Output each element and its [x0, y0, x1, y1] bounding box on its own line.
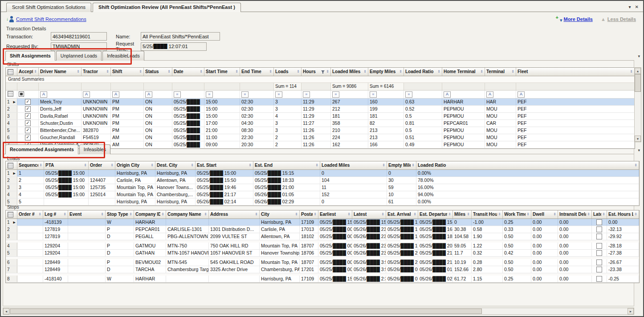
cell[interactable]: 0.00: [531, 233, 558, 240]
filter-cell[interactable]: =: [302, 91, 331, 98]
cell[interactable]: 2.80: [472, 266, 503, 273]
cell[interactable]: Chambersburg,...: [155, 191, 196, 198]
cell[interactable]: PEF: [516, 141, 635, 148]
column-header[interactable]: Shift⇕: [111, 68, 144, 76]
tab-shift-assignments[interactable]: Shift Assignments: [5, 51, 55, 61]
cell[interactable]: 125014: [89, 191, 115, 198]
tab-scroll-shift-optimization-solutions[interactable]: Scroll Shift Optimization Solutions: [6, 3, 91, 12]
row-indicator[interactable]: 5: [6, 250, 17, 256]
filter-row-icon[interactable]: [8, 91, 13, 97]
cell[interactable]: 05/25/████ 00:02: [318, 250, 352, 256]
filter-type-button[interactable]: A: [486, 91, 493, 98]
cell[interactable]: [68, 259, 106, 266]
cell[interactable]: 05/25/████ 15:15: [418, 219, 453, 226]
cell[interactable]: 0.00: [531, 243, 558, 249]
cell[interactable]: 05/25/████ 00:02: [318, 233, 352, 240]
column-header[interactable]: Stop Type⇕: [106, 210, 134, 218]
table-row[interactable]: 55Harrisburg, PAHarrisburg, PA05/26/████…: [6, 198, 639, 206]
cell[interactable]: AM: [111, 134, 144, 141]
cell[interactable]: 750 OAK HILL RD: [209, 243, 260, 249]
cell[interactable]: 05/25/████: [172, 127, 204, 134]
column-header[interactable]: PTA⇕: [44, 161, 89, 169]
cell[interactable]: [68, 266, 106, 273]
cell[interactable]: [17, 243, 43, 249]
column-header[interactable]: [6, 210, 17, 218]
cell[interactable]: 08:30: [240, 127, 274, 134]
cell[interactable]: 17109: [300, 219, 318, 226]
cell[interactable]: 05/26/████ 02:29: [253, 198, 320, 205]
cell[interactable]: 02:30: [240, 106, 274, 112]
cell[interactable]: 127819: [43, 233, 68, 240]
cell[interactable]: Hanover Township, PA: [260, 250, 300, 256]
cell[interactable]: 11.7: [453, 250, 472, 256]
filter-type-button[interactable]: =: [241, 91, 249, 98]
checkbox-cell[interactable]: ✓: [17, 120, 39, 127]
tab-recommended-assignments[interactable]: Recommended Assignments: [5, 144, 78, 154]
cell[interactable]: 0.00: [558, 276, 592, 282]
cell[interactable]: 05/25/████ 15:00: [318, 276, 352, 282]
cell[interactable]: 128449: [43, 266, 68, 273]
cell[interactable]: Harrisburg, PA: [155, 198, 196, 205]
table-row[interactable]: 1▶✓Meek,TroyUNKNOWNPMON05/25/████15:0002…: [6, 99, 635, 106]
cell[interactable]: 124407: [89, 177, 115, 184]
checkbox-cell[interactable]: [592, 276, 607, 282]
cell[interactable]: Mountain Top, PA: [260, 259, 300, 266]
cell[interactable]: 0.00: [531, 250, 558, 256]
filter-type-button[interactable]: A: [83, 91, 90, 98]
filter-cell[interactable]: =: [204, 91, 240, 98]
cell[interactable]: 129204: [43, 243, 68, 249]
column-header[interactable]: Loaded Ratio⇕: [404, 68, 442, 76]
cell[interactable]: 0.00: [558, 233, 592, 240]
cell[interactable]: 3: [274, 99, 302, 105]
cell[interactable]: Allentown, PA: [155, 177, 196, 184]
cell[interactable]: MTN-545: [166, 259, 209, 266]
cell[interactable]: 2099 VULTEE ST: [209, 233, 260, 240]
cell[interactable]: 0.00%: [416, 198, 639, 205]
column-header[interactable]: [6, 161, 17, 169]
tab-shift-optimization-review[interactable]: Shift Optimization Review (All PennEast …: [93, 3, 241, 12]
row-indicator[interactable]: 7: [6, 266, 17, 273]
cell[interactable]: [17, 226, 43, 233]
cell[interactable]: 125735: [89, 184, 115, 191]
row-indicator[interactable]: 3: [6, 184, 17, 191]
cell[interactable]: 11:26: [302, 134, 331, 141]
cell[interactable]: PEPMOU: [442, 127, 485, 134]
cell[interactable]: 181: [331, 113, 368, 119]
cell[interactable]: MOU: [485, 106, 516, 112]
cell[interactable]: Meek,Troy: [39, 99, 82, 105]
cell[interactable]: 05/26/████ 02:29: [418, 276, 453, 282]
row-indicator[interactable]: 5: [6, 127, 17, 134]
cell[interactable]: 17201: [300, 266, 318, 273]
cell[interactable]: Mountain Top, PA: [260, 243, 300, 249]
cell[interactable]: 05/25/████ 15:00: [318, 219, 352, 226]
cell[interactable]: F54519: [82, 134, 111, 141]
cell[interactable]: 11: [320, 184, 387, 191]
horizontal-scrollbar[interactable]: ◄ ►: [3, 308, 634, 315]
cell[interactable]: [68, 250, 106, 256]
row-checkbox[interactable]: ✓: [25, 113, 31, 119]
cell[interactable]: 0.25: [503, 276, 531, 282]
cell[interactable]: 05/25/████ 20:35: [386, 250, 418, 256]
cell[interactable]: [44, 198, 89, 205]
column-header[interactable]: Loads⇕: [274, 68, 302, 76]
cell[interactable]: 05/25/████ 15:00: [44, 170, 89, 177]
cell[interactable]: ON: [144, 106, 172, 112]
cell[interactable]: 02:30: [240, 113, 274, 119]
cell[interactable]: PEPMOU: [442, 141, 485, 148]
cell[interactable]: D: [106, 266, 134, 273]
cell[interactable]: 0.00: [558, 219, 592, 226]
cell[interactable]: 0: [453, 219, 472, 226]
filter-funnel-icon[interactable]: [321, 70, 325, 74]
less-details-link[interactable]: Less Details: [607, 16, 636, 22]
cell[interactable]: 104: [320, 177, 387, 184]
column-header[interactable]: [6, 68, 17, 76]
column-header[interactable]: Dest. City⇕: [155, 161, 196, 169]
tab-infeasibles[interactable]: Infeasibles: [79, 144, 110, 154]
shifts-vertical-scrollbar[interactable]: ▲ ▼: [634, 67, 641, 142]
cell[interactable]: 545 OAKHILL ROAD: [209, 259, 260, 266]
column-header[interactable]: Work Time⇕: [503, 210, 531, 218]
cell[interactable]: 0.63: [404, 99, 442, 105]
cell[interactable]: P: [106, 259, 134, 266]
filter-type-button[interactable]: A: [112, 91, 119, 98]
table-row[interactable]: 6128449PBEVMOU02MTN-545545 OAKHILL ROADM…: [6, 259, 639, 266]
